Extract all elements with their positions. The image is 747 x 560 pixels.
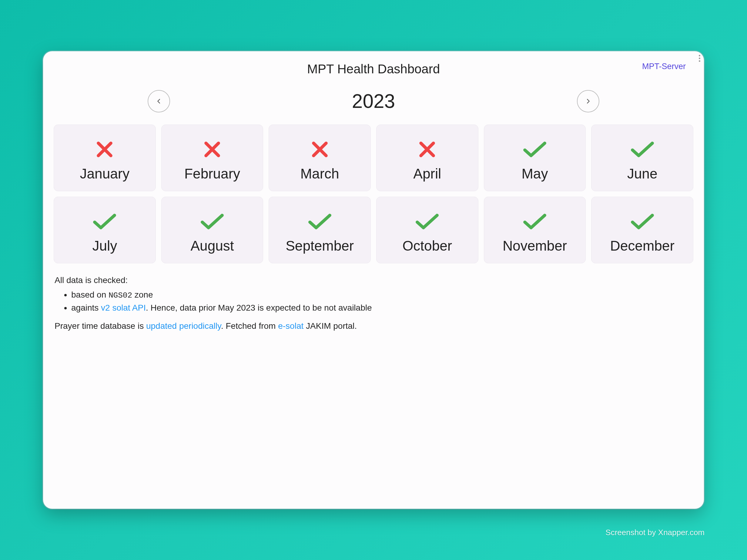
- cross-icon: [310, 136, 329, 163]
- month-card[interactable]: December: [591, 197, 693, 263]
- month-name: October: [403, 238, 452, 254]
- month-card[interactable]: September: [268, 197, 371, 263]
- check-icon: [92, 208, 117, 235]
- e-solat-link[interactable]: e-solat: [278, 321, 304, 330]
- chevron-right-icon: [585, 98, 591, 105]
- month-name: July: [92, 238, 117, 254]
- month-card[interactable]: May: [484, 125, 586, 191]
- month-card[interactable]: November: [484, 197, 586, 263]
- month-name: August: [190, 238, 234, 254]
- check-icon: [630, 208, 655, 235]
- month-name: April: [413, 165, 441, 182]
- mpt-server-link[interactable]: MPT-Server: [642, 62, 686, 71]
- info-line-database: Prayer time database is updated periodic…: [55, 320, 692, 332]
- month-name: May: [522, 165, 548, 182]
- month-card[interactable]: August: [161, 197, 263, 263]
- month-name: December: [610, 238, 674, 254]
- month-grid: JanuaryFebruaryMarchAprilMayJuneJulyAugu…: [52, 125, 695, 263]
- month-name: June: [627, 165, 658, 182]
- month-card[interactable]: April: [376, 125, 479, 191]
- month-name: November: [503, 238, 567, 254]
- window-menu-dots-icon[interactable]: [699, 55, 700, 62]
- month-name: March: [301, 165, 339, 182]
- check-icon: [522, 208, 547, 235]
- info-bullet-zone: based on NGS02 zone: [71, 289, 692, 301]
- info-bullet-api: againts v2 solat API. Hence, data prior …: [71, 301, 692, 314]
- chevron-left-icon: [156, 98, 162, 105]
- check-icon: [415, 208, 440, 235]
- info-intro: All data is checked:: [55, 274, 692, 287]
- check-icon: [630, 136, 655, 163]
- check-icon: [522, 136, 547, 163]
- info-section: All data is checked: based on NGS02 zone…: [52, 274, 695, 332]
- month-card[interactable]: January: [54, 125, 156, 191]
- app-window: MPT Health Dashboard MPT-Server 2023 Jan…: [43, 51, 704, 509]
- cross-icon: [418, 136, 437, 163]
- screenshot-credit: Screenshot by Xnapper.com: [606, 528, 704, 537]
- check-icon: [200, 208, 225, 235]
- prev-year-button[interactable]: [148, 90, 170, 112]
- check-icon: [307, 208, 332, 235]
- v2-solat-api-link[interactable]: v2 solat API: [101, 303, 146, 313]
- year-navigation: 2023: [52, 90, 695, 112]
- month-name: September: [286, 238, 354, 254]
- month-card[interactable]: July: [54, 197, 156, 263]
- updated-periodically-link[interactable]: updated periodically: [146, 321, 221, 330]
- month-card[interactable]: February: [161, 125, 263, 191]
- year-label: 2023: [352, 90, 395, 112]
- cross-icon: [95, 136, 114, 163]
- cross-icon: [203, 136, 222, 163]
- next-year-button[interactable]: [577, 90, 599, 112]
- month-card[interactable]: June: [591, 125, 693, 191]
- month-card[interactable]: March: [268, 125, 371, 191]
- month-name: January: [80, 165, 130, 182]
- header: MPT Health Dashboard MPT-Server: [52, 60, 695, 76]
- page-title: MPT Health Dashboard: [307, 62, 440, 76]
- month-name: February: [184, 165, 240, 182]
- month-card[interactable]: October: [376, 197, 479, 263]
